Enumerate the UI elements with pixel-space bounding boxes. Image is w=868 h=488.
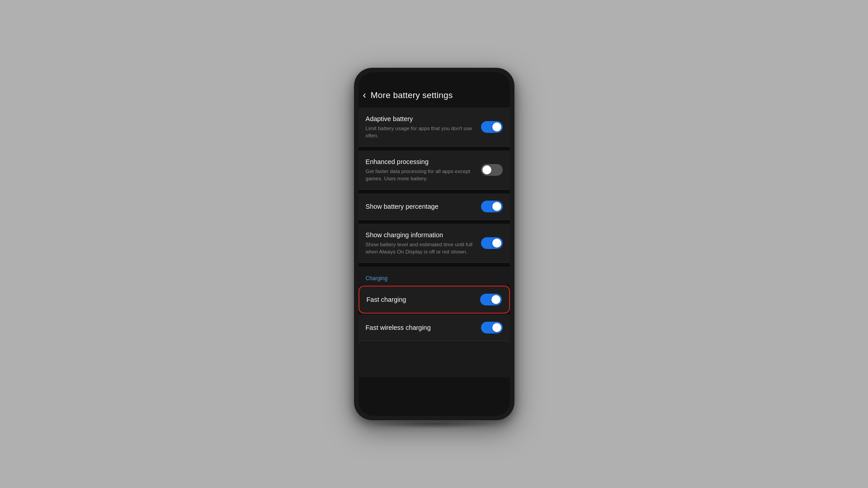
settings-content: Adaptive battery Limit battery usage for…	[359, 108, 510, 416]
setting-row-battery-percentage[interactable]: Show battery percentage	[359, 193, 510, 220]
setting-row-charging-info[interactable]: Show charging information Show battery l…	[359, 224, 510, 263]
phone-device: ‹ More battery settings Adaptive battery…	[354, 68, 514, 420]
toggle-thumb-battery-percentage	[492, 202, 501, 211]
setting-text-battery-percentage: Show battery percentage	[366, 202, 481, 211]
toggle-thumb-charging-info	[492, 239, 501, 248]
toggle-fast-wireless-charging[interactable]	[481, 322, 503, 333]
status-bar	[359, 72, 510, 85]
setting-row-fast-charging[interactable]: Fast charging	[359, 286, 510, 314]
page-title: More battery settings	[371, 90, 453, 100]
phone-shadow	[371, 419, 497, 428]
setting-desc-enhanced-processing: Get faster data processing for all apps …	[366, 168, 476, 182]
setting-text-charging-info: Show charging information Show battery l…	[366, 231, 481, 255]
setting-desc-adaptive-battery: Limit battery usage for apps that you do…	[366, 125, 476, 139]
toggle-thumb-fast-charging	[491, 295, 500, 304]
setting-title-adaptive-battery: Adaptive battery	[366, 115, 476, 123]
section-header-charging-label: Charging	[366, 275, 388, 282]
toggle-fast-charging[interactable]	[480, 294, 502, 305]
setting-desc-charging-info: Show battery level and estimated time un…	[366, 241, 476, 255]
section-header-charging: Charging	[359, 267, 510, 285]
toggle-thumb-fast-wireless-charging	[492, 323, 501, 332]
toggle-battery-percentage[interactable]	[481, 201, 503, 212]
divider-2	[359, 190, 510, 193]
toggle-enhanced-processing[interactable]	[481, 164, 503, 176]
phone-screen: ‹ More battery settings Adaptive battery…	[359, 72, 510, 416]
setting-title-fast-wireless-charging: Fast wireless charging	[366, 324, 476, 332]
toggle-charging-info[interactable]	[481, 237, 503, 249]
setting-title-charging-info: Show charging information	[366, 231, 476, 239]
setting-text-fast-wireless-charging: Fast wireless charging	[366, 324, 481, 332]
setting-row-fast-wireless-charging[interactable]: Fast wireless charging	[359, 314, 510, 341]
setting-text-adaptive-battery: Adaptive battery Limit battery usage for…	[366, 115, 481, 139]
divider-3	[359, 220, 510, 224]
toggle-adaptive-battery[interactable]	[481, 121, 503, 133]
setting-text-fast-charging: Fast charging	[367, 296, 480, 304]
setting-text-enhanced-processing: Enhanced processing Get faster data proc…	[366, 158, 481, 182]
setting-title-enhanced-processing: Enhanced processing	[366, 158, 476, 166]
toggle-thumb-enhanced-processing	[482, 165, 491, 174]
back-button[interactable]: ‹	[363, 90, 366, 100]
divider-1	[359, 147, 510, 150]
toggle-thumb-adaptive-battery	[492, 122, 501, 131]
setting-row-enhanced-processing[interactable]: Enhanced processing Get faster data proc…	[359, 150, 510, 190]
bottom-area	[359, 341, 510, 377]
page-header: ‹ More battery settings	[359, 85, 510, 108]
divider-4	[359, 263, 510, 267]
setting-row-adaptive-battery[interactable]: Adaptive battery Limit battery usage for…	[359, 108, 510, 147]
setting-title-fast-charging: Fast charging	[367, 296, 475, 304]
setting-title-battery-percentage: Show battery percentage	[366, 202, 476, 211]
